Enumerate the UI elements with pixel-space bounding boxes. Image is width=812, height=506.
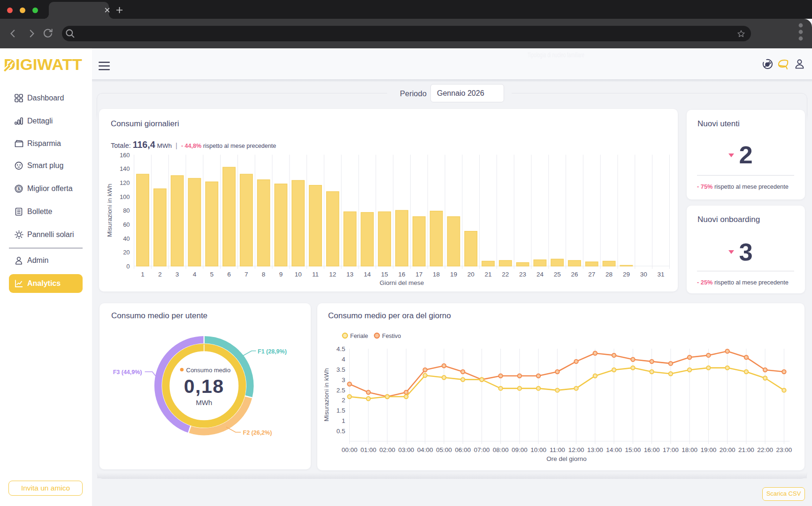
svg-text:9: 9 bbox=[279, 271, 283, 278]
svg-text:11:00: 11:00 bbox=[550, 446, 565, 453]
svg-text:07:00: 07:00 bbox=[474, 446, 490, 453]
svg-text:17:00: 17:00 bbox=[663, 446, 679, 453]
svg-text:25: 25 bbox=[554, 271, 561, 278]
svg-text:29: 29 bbox=[623, 271, 630, 278]
svg-text:2: 2 bbox=[342, 397, 345, 404]
svg-text:19: 19 bbox=[450, 271, 457, 278]
svg-text:0: 0 bbox=[126, 263, 130, 270]
svg-text:05:00: 05:00 bbox=[436, 446, 452, 453]
svg-text:12:00: 12:00 bbox=[568, 446, 584, 453]
svg-text:MWh: MWh bbox=[196, 399, 212, 406]
svg-text:60: 60 bbox=[123, 221, 130, 228]
svg-text:17: 17 bbox=[415, 271, 422, 278]
svg-text:01:00: 01:00 bbox=[360, 446, 376, 453]
svg-text:4: 4 bbox=[193, 271, 197, 278]
svg-text:10: 10 bbox=[295, 271, 302, 278]
svg-text:1.5: 1.5 bbox=[337, 407, 345, 414]
svg-text:20: 20 bbox=[123, 249, 130, 256]
svg-text:02:00: 02:00 bbox=[379, 446, 395, 453]
svg-text:15:00: 15:00 bbox=[625, 446, 641, 453]
svg-text:2.5: 2.5 bbox=[337, 387, 345, 394]
svg-text:12: 12 bbox=[329, 271, 336, 278]
svg-text:26: 26 bbox=[571, 271, 578, 278]
svg-text:21:00: 21:00 bbox=[738, 446, 754, 453]
svg-text:30: 30 bbox=[640, 271, 647, 278]
svg-text:18: 18 bbox=[433, 271, 440, 278]
svg-text:27: 27 bbox=[588, 271, 595, 278]
svg-text:24: 24 bbox=[536, 271, 544, 278]
svg-text:F2 (26,2%): F2 (26,2%) bbox=[243, 429, 272, 436]
svg-text:16:00: 16:00 bbox=[644, 446, 660, 453]
svg-text:20:00: 20:00 bbox=[720, 446, 735, 453]
svg-text:11: 11 bbox=[312, 271, 319, 278]
svg-text:4: 4 bbox=[342, 356, 345, 363]
svg-text:19:00: 19:00 bbox=[701, 446, 717, 453]
svg-text:F1 (28,9%): F1 (28,9%) bbox=[258, 348, 287, 355]
svg-text:Ore del giorno: Ore del giorno bbox=[546, 455, 587, 462]
svg-text:23: 23 bbox=[519, 271, 526, 278]
svg-text:1: 1 bbox=[141, 271, 145, 278]
svg-text:15: 15 bbox=[381, 271, 388, 278]
svg-text:16: 16 bbox=[398, 271, 405, 278]
svg-text:40: 40 bbox=[123, 235, 130, 242]
svg-text:0,18: 0,18 bbox=[184, 376, 224, 397]
svg-text:14:00: 14:00 bbox=[606, 446, 622, 453]
svg-text:08:00: 08:00 bbox=[493, 446, 509, 453]
svg-text:09:00: 09:00 bbox=[512, 446, 528, 453]
svg-text:Festivo: Festivo bbox=[382, 333, 401, 339]
svg-text:03:00: 03:00 bbox=[398, 446, 414, 453]
svg-text:28: 28 bbox=[605, 271, 613, 278]
svg-text:3: 3 bbox=[342, 376, 345, 383]
svg-text:5: 5 bbox=[210, 271, 214, 278]
svg-text:10:00: 10:00 bbox=[530, 446, 546, 453]
svg-text:21: 21 bbox=[484, 271, 491, 278]
svg-text:22:00: 22:00 bbox=[757, 446, 773, 453]
svg-text:18:00: 18:00 bbox=[682, 446, 697, 453]
svg-text:14: 14 bbox=[364, 271, 371, 278]
svg-text:20: 20 bbox=[467, 271, 475, 278]
svg-text:Giorni del mese: Giorni del mese bbox=[380, 279, 424, 286]
svg-text:140: 140 bbox=[120, 165, 130, 172]
svg-text:F3 (44,9%): F3 (44,9%) bbox=[113, 369, 142, 376]
svg-text:22: 22 bbox=[502, 271, 509, 278]
svg-text:3.5: 3.5 bbox=[337, 366, 345, 373]
svg-text:DIGIWATT: DIGIWATT bbox=[4, 57, 82, 73]
svg-text:6: 6 bbox=[227, 271, 231, 278]
svg-text:4.5: 4.5 bbox=[337, 345, 345, 353]
svg-text:04:00: 04:00 bbox=[417, 446, 433, 453]
svg-text:80: 80 bbox=[123, 207, 130, 214]
svg-text:120: 120 bbox=[120, 179, 130, 186]
svg-text:13: 13 bbox=[346, 271, 353, 278]
svg-text:7: 7 bbox=[245, 271, 248, 278]
svg-text:3: 3 bbox=[176, 271, 179, 278]
svg-text:100: 100 bbox=[120, 193, 130, 200]
svg-text:$: $ bbox=[17, 186, 20, 191]
svg-text:8: 8 bbox=[262, 271, 266, 278]
svg-text:1: 1 bbox=[342, 417, 345, 424]
svg-text:160: 160 bbox=[120, 152, 130, 159]
svg-text:23:00: 23:00 bbox=[776, 446, 792, 453]
svg-text:2: 2 bbox=[158, 271, 162, 278]
svg-text:0.5: 0.5 bbox=[337, 428, 345, 435]
svg-text:Misurazioni in kWh: Misurazioni in kWh bbox=[106, 184, 113, 237]
svg-text:Feriale: Feriale bbox=[350, 333, 368, 339]
svg-text:06:00: 06:00 bbox=[455, 446, 471, 453]
svg-text:Consumo medio: Consumo medio bbox=[186, 367, 231, 374]
svg-text:31: 31 bbox=[657, 271, 664, 278]
svg-text:13:00: 13:00 bbox=[587, 446, 603, 453]
svg-text:00:00: 00:00 bbox=[342, 446, 358, 453]
svg-text:Misurazioni in kWh: Misurazioni in kWh bbox=[323, 368, 330, 421]
